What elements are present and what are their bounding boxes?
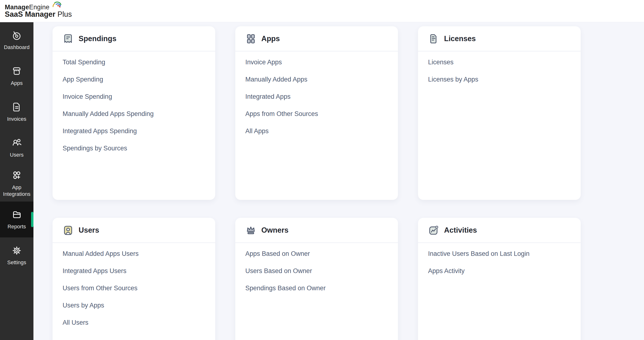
receipt-icon (62, 33, 74, 44)
card-title: Apps (261, 35, 280, 43)
report-card-apps: Apps Invoice Apps Manually Added Apps In… (235, 26, 398, 200)
active-nav-indicator (31, 212, 34, 227)
id-badge-icon (62, 225, 74, 236)
report-link[interactable]: Spendings Based on Owner (245, 279, 388, 297)
report-card-activities: Activities Inactive Users Based on Last … (418, 218, 581, 340)
sidebar-item-label: Reports (8, 223, 26, 230)
report-link[interactable]: All Apps (245, 122, 388, 140)
crown-icon (245, 225, 256, 236)
activity-icon (428, 225, 439, 236)
report-links: Total Spending App Spending Invoice Spen… (52, 51, 215, 157)
app-logo: ManageEngine SaaS Manager Plus (5, 4, 72, 19)
report-link[interactable]: Users Based on Owner (245, 262, 388, 279)
logo-plus: Plus (56, 10, 72, 19)
sidebar-item-apps[interactable]: Apps (0, 58, 34, 94)
card-title: Users (78, 226, 99, 235)
report-link[interactable]: Licenses (428, 54, 571, 71)
report-link[interactable]: Inactive Users Based on Last Login (428, 245, 571, 262)
report-link[interactable]: Manual Added Apps Users (62, 245, 205, 262)
sidebar-item-invoices[interactable]: Invoices (0, 94, 34, 130)
sidebar-item-dashboard[interactable]: Dashboard (0, 22, 34, 58)
report-links: Apps Based on Owner Users Based on Owner… (235, 243, 398, 297)
sidebar-item-label: Dashboard (4, 44, 30, 51)
logo-line2: SaaS Manager Plus (5, 11, 72, 19)
report-link[interactable]: Integrated Apps Spending (62, 122, 205, 140)
sidebar-item-settings[interactable]: Settings (0, 237, 34, 273)
report-link[interactable]: Users from Other Sources (62, 279, 205, 297)
dashboard-icon (11, 30, 22, 41)
report-link[interactable]: Apps Activity (428, 262, 571, 279)
sidebar-item-label: Invoices (7, 116, 26, 122)
report-link[interactable]: Licenses by Apps (428, 71, 571, 88)
topbar: ManageEngine SaaS Manager Plus (0, 0, 644, 22)
license-icon (428, 33, 439, 44)
card-header: Users (52, 218, 215, 243)
logo-saas-manager: SaaS Manager (5, 10, 56, 19)
report-link[interactable]: Invoice Spending (62, 88, 205, 105)
sidebar-item-label: App Integrations (2, 184, 32, 197)
card-header: Owners (235, 218, 398, 243)
report-link[interactable]: Integrated Apps Users (62, 262, 205, 279)
gear-icon (11, 245, 22, 256)
report-link[interactable]: Integrated Apps (245, 88, 388, 105)
card-header: Licenses (418, 26, 581, 51)
storefront-icon (11, 66, 22, 77)
app-integrations-icon (11, 170, 22, 181)
card-header: Activities (418, 218, 581, 243)
sidebar-item-users[interactable]: Users (0, 130, 34, 166)
sidebar-item-reports[interactable]: Reports (0, 202, 34, 237)
report-links: Licenses Licenses by Apps (418, 51, 581, 88)
card-title: Licenses (444, 35, 476, 43)
grid-icon (245, 33, 256, 44)
sidebar: Dashboard Apps Invoices Users (0, 22, 34, 340)
report-link[interactable]: Users by Apps (62, 297, 205, 314)
report-link[interactable]: Manually Added Apps Spending (62, 105, 205, 122)
sidebar-item-label: Users (10, 152, 24, 158)
report-cards-grid: Spendings Total Spending App Spending In… (52, 26, 644, 340)
report-link[interactable]: App Spending (62, 71, 205, 88)
report-card-spendings: Spendings Total Spending App Spending In… (52, 26, 215, 200)
report-links: Invoice Apps Manually Added Apps Integra… (235, 51, 398, 140)
manageengine-swoosh-icon (52, 1, 62, 8)
invoice-icon (11, 102, 22, 113)
sidebar-item-app-integrations[interactable]: App Integrations (0, 166, 34, 202)
users-icon (11, 138, 22, 148)
folder-icon (11, 209, 22, 220)
report-card-users: Users Manual Added Apps Users Integrated… (52, 218, 215, 340)
report-link[interactable]: Apps from Other Sources (245, 105, 388, 122)
reports-page: Spendings Total Spending App Spending In… (34, 22, 644, 340)
report-links: Inactive Users Based on Last Login Apps … (418, 243, 581, 279)
card-header: Spendings (52, 26, 215, 51)
report-link[interactable]: Total Spending (62, 54, 205, 71)
card-header: Apps (235, 26, 398, 51)
report-card-licenses: Licenses Licenses Licenses by Apps (418, 26, 581, 200)
report-link[interactable]: Apps Based on Owner (245, 245, 388, 262)
card-title: Owners (261, 226, 288, 235)
report-link[interactable]: All Users (62, 314, 205, 331)
report-link[interactable]: Manually Added Apps (245, 71, 388, 88)
logo-manage: Manage (5, 4, 29, 11)
report-link[interactable]: Spendings by Sources (62, 140, 205, 157)
card-title: Activities (444, 226, 477, 235)
sidebar-item-label: Apps (11, 80, 23, 87)
sidebar-item-label: Settings (7, 259, 26, 266)
card-title: Spendings (78, 35, 116, 43)
report-link[interactable]: Invoice Apps (245, 54, 388, 71)
logo-engine: Engine (29, 4, 50, 11)
report-links: Manual Added Apps Users Integrated Apps … (52, 243, 215, 331)
report-card-owners: Owners Apps Based on Owner Users Based o… (235, 218, 398, 340)
